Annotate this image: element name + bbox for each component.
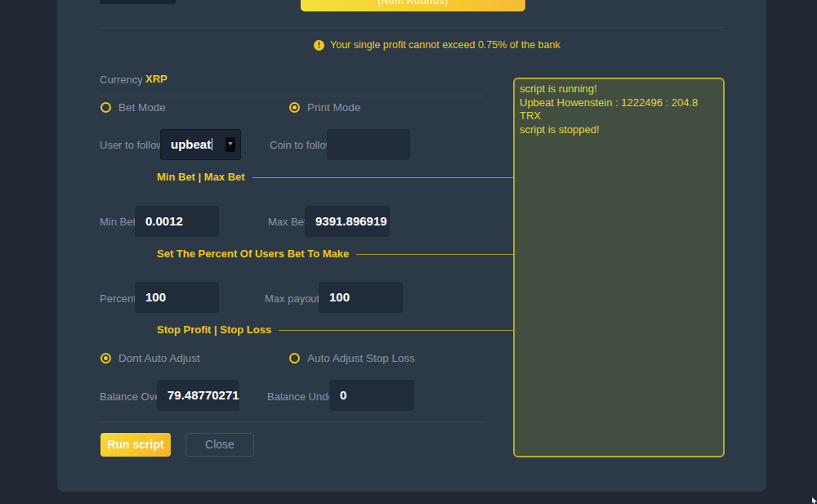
script-settings-panel: (Num Rounds) ! Your single profit cannot… — [57, 0, 766, 492]
section-line — [279, 330, 542, 331]
max-payout-input[interactable]: 100 — [319, 282, 403, 313]
top-partial-button-label: (Num Rounds) — [377, 0, 448, 7]
coin-to-follow-label: Coin to follow — [270, 139, 333, 151]
radio-bet-mode-label: Bet Mode — [118, 101, 166, 114]
balance-over-value: 79.48770271 — [167, 388, 239, 402]
user-to-follow-label: User to follow — [100, 139, 164, 151]
radio-auto-adjust-stop-loss-label: Auto Adjust Stop Loss — [307, 352, 415, 364]
user-to-follow-value: upbeat — [171, 137, 211, 151]
profit-warning: ! Your single profit cannot exceed 0.75%… — [314, 39, 560, 51]
min-bet-value: 0.0012 — [145, 214, 183, 228]
currency-divider — [100, 96, 484, 96]
section-percent: Set The Percent Of Users Bet To Make — [157, 248, 542, 260]
balance-under-input[interactable]: 0 — [329, 380, 414, 411]
section-line — [252, 177, 542, 178]
radio-dont-auto-adjust-label: Dont Auto Adjust — [118, 352, 200, 364]
percent-value: 100 — [145, 290, 166, 304]
partial-top-input[interactable] — [100, 0, 176, 4]
section-bet-limits: Min Bet | Max Bet — [157, 171, 542, 183]
section-stop-title: Stop Profit | Stop Loss — [157, 323, 271, 336]
exclamation-circle-icon: ! — [314, 40, 324, 51]
balance-over-label: Balance Over — [100, 390, 164, 403]
max-payout-label: Max payout — [265, 292, 319, 305]
actions-divider — [100, 421, 484, 422]
radio-circle-icon — [289, 353, 300, 364]
log-line: Upbeat Howenstein : 1222496 : 204.8 TRX — [520, 96, 718, 123]
max-bet-label: Max Bet — [268, 216, 307, 228]
balance-over-input[interactable]: 79.48770271 — [157, 380, 239, 411]
script-log-textarea[interactable]: script is running! Upbeat Howenstein : 1… — [513, 78, 725, 457]
section-stop: Stop Profit | Stop Loss — [157, 323, 542, 336]
close-button[interactable]: Close — [185, 433, 254, 457]
text-caret — [212, 138, 212, 150]
max-bet-input[interactable]: 9391.896919 — [305, 206, 390, 237]
top-divider — [100, 27, 725, 28]
currency-label: Currency — [100, 74, 143, 86]
section-bet-limits-title: Min Bet | Max Bet — [157, 171, 245, 183]
radio-print-mode[interactable]: Print Mode — [289, 101, 360, 114]
keyboard-extension-icon[interactable] — [225, 137, 235, 152]
coin-to-follow-input[interactable] — [327, 129, 410, 160]
balance-under-label: Balance Under — [267, 390, 337, 403]
radio-circle-icon — [289, 102, 300, 113]
log-line: script is running! — [520, 83, 718, 96]
max-bet-value: 9391.896919 — [315, 214, 387, 228]
radio-print-mode-label: Print Mode — [307, 101, 360, 114]
min-bet-label: Min Bet — [100, 216, 136, 228]
screen: (Num Rounds) ! Your single profit cannot… — [0, 0, 817, 504]
mouse-cursor — [812, 497, 817, 504]
warning-text: Your single profit cannot exceed 0.75% o… — [330, 39, 560, 51]
percent-label: Percent — [100, 292, 136, 305]
radio-circle-icon — [100, 102, 111, 113]
log-line: script is stopped! — [520, 123, 718, 137]
radio-bet-mode[interactable]: Bet Mode — [100, 101, 166, 114]
max-payout-value: 100 — [329, 290, 350, 304]
run-script-button[interactable]: Run script — [100, 433, 171, 457]
section-percent-title: Set The Percent Of Users Bet To Make — [157, 248, 349, 260]
currency-value[interactable]: XRP — [145, 73, 167, 85]
balance-under-value: 0 — [340, 388, 346, 402]
top-partial-button[interactable]: (Num Rounds) — [301, 0, 525, 11]
radio-dont-auto-adjust[interactable]: Dont Auto Adjust — [100, 352, 200, 364]
percent-input[interactable]: 100 — [135, 282, 219, 313]
radio-auto-adjust-stop-loss[interactable]: Auto Adjust Stop Loss — [289, 352, 415, 364]
radio-circle-icon — [100, 353, 111, 364]
user-to-follow-input[interactable]: upbeat — [160, 129, 241, 160]
min-bet-input[interactable]: 0.0012 — [135, 206, 219, 237]
